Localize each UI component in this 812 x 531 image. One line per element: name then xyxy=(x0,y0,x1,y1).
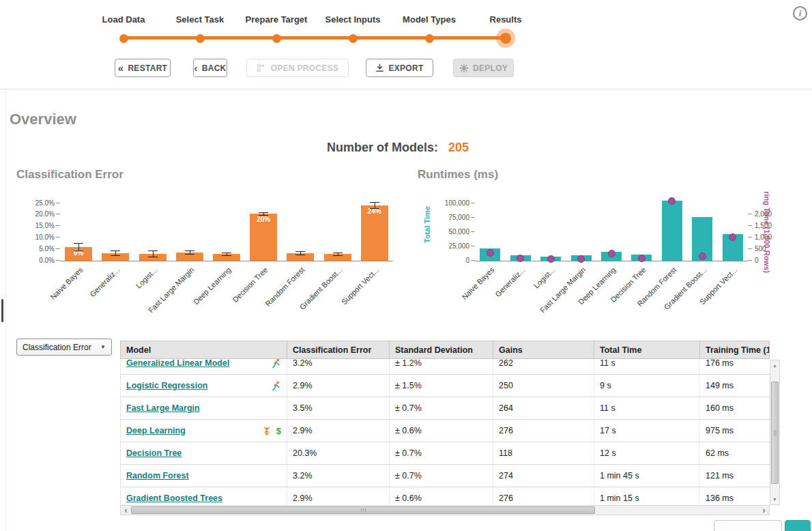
step-label: Results xyxy=(467,12,544,28)
models-table: ModelClassification ErrorStandard Deviat… xyxy=(120,341,770,505)
y-tick-label: 100,000 xyxy=(433,199,469,207)
deploy-button: DEPLOY xyxy=(453,59,514,77)
cell: 11 s xyxy=(594,397,700,419)
bar[interactable] xyxy=(662,201,682,261)
back-button[interactable]: ‹ BACK xyxy=(193,59,227,77)
right-tick xyxy=(748,225,752,226)
cell: 2.9% xyxy=(287,375,390,397)
page-scrollbar[interactable] xyxy=(0,89,6,531)
bar[interactable]: 20% xyxy=(250,214,277,261)
x-axis-label: Fast Large Margin xyxy=(127,266,195,334)
right-tick-label: 500 xyxy=(755,245,766,253)
step-dot[interactable] xyxy=(500,33,511,44)
scatter-point[interactable] xyxy=(729,233,736,241)
stepper-dots xyxy=(85,28,544,51)
cell: 1 min 15 s xyxy=(594,487,700,505)
y-tick xyxy=(471,260,475,261)
column-header[interactable]: Training Time (1,000 Rows) xyxy=(700,341,770,358)
bar[interactable]: 24% xyxy=(361,205,388,261)
scroll-up-arrow-icon[interactable]: ▲ xyxy=(770,361,779,370)
scatter-point[interactable] xyxy=(577,255,585,263)
model-link[interactable]: Deep Learning xyxy=(126,426,186,435)
table-vertical-scrollbar[interactable]: ▲ ▼ xyxy=(770,360,780,505)
cell: 264 xyxy=(493,397,594,419)
stepper-labels: Load DataSelect TaskPrepare TargetSelect… xyxy=(85,12,544,28)
y-tick xyxy=(56,225,60,226)
minimized-panel[interactable] xyxy=(714,520,782,531)
model-link[interactable]: Decision Tree xyxy=(126,448,182,458)
horizontal-scroll-thumb[interactable] xyxy=(131,506,595,514)
deploy-label: DEPLOY xyxy=(473,63,508,73)
model-link[interactable]: Random Forest xyxy=(126,471,189,480)
error-bar xyxy=(259,212,268,216)
models-count-value: 205 xyxy=(448,141,469,154)
y-tick-label: 25.0% xyxy=(18,199,55,207)
column-header[interactable]: Gains xyxy=(493,341,594,358)
step-dot[interactable] xyxy=(349,34,358,43)
model-link[interactable]: Generalized Linear Model xyxy=(126,359,229,368)
table-horizontal-scrollbar[interactable]: ‹ › xyxy=(120,505,770,515)
help-widget[interactable] xyxy=(785,520,811,531)
scatter-point[interactable] xyxy=(699,253,706,260)
step-label: Load Data xyxy=(85,12,162,28)
step-dot[interactable] xyxy=(196,34,205,43)
open-process-button: OPEN PROCESS xyxy=(246,59,349,77)
cell: 17 s xyxy=(594,420,700,442)
x-axis-label: Decision Tree xyxy=(201,266,269,334)
table-body: Generalized Linear Model3.2%± 1.2%26211 … xyxy=(120,359,770,505)
cell: 3.2% xyxy=(287,359,390,374)
cell: ± 0.7% xyxy=(390,465,493,487)
models-count-label: Number of Models: xyxy=(327,141,438,154)
model-link[interactable]: Fast Large Margin xyxy=(126,403,200,413)
export-label: EXPORT xyxy=(388,63,423,73)
x-axis-label: Support Vect... xyxy=(670,266,738,334)
page-title: Overview xyxy=(10,111,76,128)
scatter-point[interactable] xyxy=(517,255,524,262)
y-tick-label: 5.0% xyxy=(18,245,55,253)
restart-button[interactable]: « RESTART xyxy=(115,59,171,77)
model-link[interactable]: Logistic Regression xyxy=(126,381,207,390)
column-header[interactable]: Standard Deviation xyxy=(390,341,493,358)
step-dot[interactable] xyxy=(119,34,128,43)
scroll-left-arrow-icon[interactable]: ‹ xyxy=(121,506,130,515)
step-dot[interactable] xyxy=(425,34,434,43)
right-tick-label: 1,500 xyxy=(755,222,772,229)
cell: 11 s xyxy=(594,359,700,374)
y-tick-label: 75,000 xyxy=(433,214,469,221)
model-cell: Fast Large Margin xyxy=(121,397,287,419)
runner-icon xyxy=(271,359,281,369)
table-row: Generalized Linear Model3.2%± 1.2%26211 … xyxy=(121,359,770,375)
cell: ± 1.2% xyxy=(390,359,493,374)
column-header[interactable]: Classification Error xyxy=(287,341,390,358)
info-icon[interactable]: i xyxy=(793,6,807,20)
cell: ± 0.7% xyxy=(390,397,493,419)
vertical-scroll-thumb[interactable] xyxy=(771,382,779,484)
y-tick-label: 50,000 xyxy=(433,228,469,235)
cell: ± 0.6% xyxy=(390,487,493,505)
export-button[interactable]: EXPORT xyxy=(366,59,433,77)
scatter-point[interactable] xyxy=(638,255,646,262)
model-link[interactable]: Gradient Boosted Trees xyxy=(126,493,222,503)
column-header[interactable]: Total Time xyxy=(594,341,700,358)
column-header[interactable]: Model xyxy=(121,341,287,358)
scroll-right-arrow-icon[interactable]: › xyxy=(759,506,768,515)
wizard-stepper: Load DataSelect TaskPrepare TargetSelect… xyxy=(85,12,544,51)
scatter-point[interactable] xyxy=(668,197,676,205)
cell: 2.9% xyxy=(287,487,390,505)
step-dot[interactable] xyxy=(272,34,281,43)
right-axis-title: ring Time (1,000 Rows) xyxy=(763,181,771,283)
x-axis-label: Gradient Boost... xyxy=(275,266,343,334)
scroll-down-arrow-icon[interactable]: ▼ xyxy=(770,495,779,504)
table-row: Decision Tree20.3%± 0.7%11812 s62 ms xyxy=(121,442,770,465)
chart-title: Classification Error xyxy=(16,168,405,182)
right-tick-label: 1,000 xyxy=(755,233,772,241)
scatter-point[interactable] xyxy=(547,255,555,263)
scatter-point[interactable] xyxy=(608,250,615,257)
cell: 118 xyxy=(493,442,594,464)
page-scroll-thumb[interactable] xyxy=(1,299,3,322)
scroll-grip xyxy=(363,508,364,512)
table-row: Gradient Boosted Trees2.9%± 0.6%2761 min… xyxy=(121,487,770,505)
dollar-icon: $ xyxy=(276,426,281,436)
chart-metric-dropdown[interactable]: Classification Error ▼ xyxy=(16,339,112,356)
y-tick xyxy=(471,231,475,232)
